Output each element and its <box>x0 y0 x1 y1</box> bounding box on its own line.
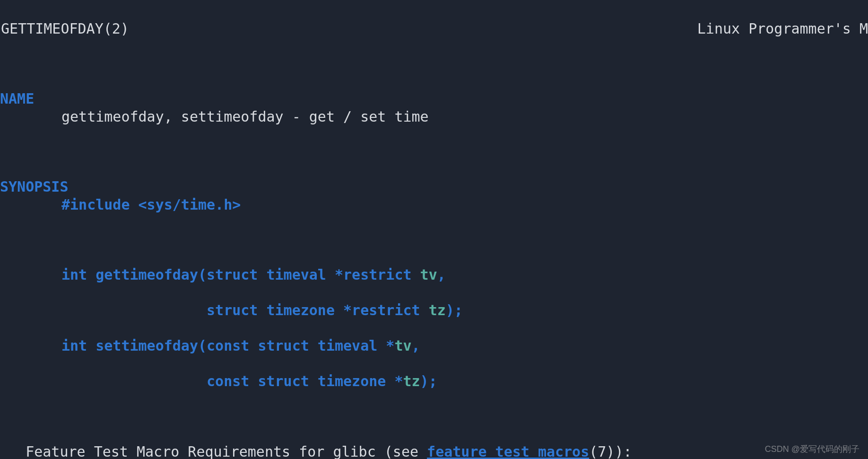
header-right: Linux Programmer's M <box>697 20 868 38</box>
section-name-heading: NAME <box>0 90 34 107</box>
manpage-header: GETTIMEOFDAY(2) Linux Programmer's M <box>0 18 868 38</box>
synopsis-gettimeofday-line1: int gettimeofday(struct timeval *restric… <box>0 266 868 284</box>
synopsis-include: #include <sys/time.h> <box>61 196 241 213</box>
header-left: GETTIMEOFDAY(2) <box>0 20 129 38</box>
synopsis-settimeofday-line2: const struct timezone *tz); <box>0 372 868 390</box>
synopsis-settimeofday-line1: int settimeofday(const struct timeval *t… <box>0 337 868 355</box>
section-synopsis-heading: SYNOPSIS <box>0 178 69 195</box>
ftm-intro: Feature Test Macro Requirements for glib… <box>0 443 632 459</box>
synopsis-gettimeofday-line2: struct timezone *restrict tz); <box>0 301 868 319</box>
manpage-body: GETTIMEOFDAY(2) Linux Programmer's M NAM… <box>0 0 868 459</box>
watermark: CSDN @爱写代码的刚子 <box>765 444 859 455</box>
feature-test-macros-link[interactable]: feature_test_macros <box>427 443 589 459</box>
name-text: gettimeofday, settimeofday - get / set t… <box>0 108 868 126</box>
